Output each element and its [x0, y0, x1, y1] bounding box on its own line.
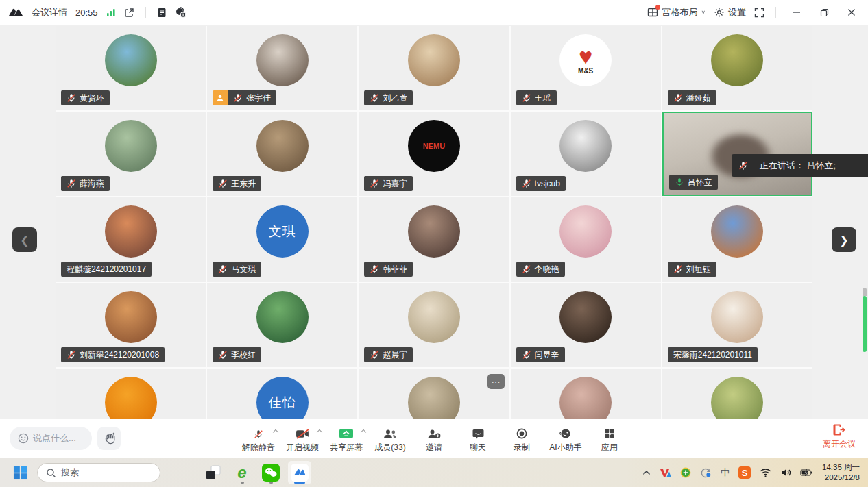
name-tag-body: 潘娅茹: [668, 90, 716, 105]
taskbar-clock[interactable]: 14:35 周一 2025/12/8: [822, 462, 860, 483]
minimize-button[interactable]: [787, 3, 806, 21]
expand-caret-icon[interactable]: [361, 429, 366, 434]
record-status-icon[interactable]: [175, 7, 186, 18]
toolbar-members-button[interactable]: 成员(33): [368, 423, 412, 453]
wechat-icon: [262, 464, 280, 482]
mic-muted-icon: [233, 93, 243, 103]
participant-tile[interactable]: 黄贤环: [56, 26, 206, 110]
participant-tile[interactable]: [56, 369, 206, 419]
participant-tile[interactable]: 刘乙萱: [359, 26, 509, 110]
leave-meeting-button[interactable]: 离开会议: [823, 423, 856, 450]
fullscreen-icon[interactable]: [754, 8, 764, 18]
participant-tile[interactable]: 王东升: [207, 112, 357, 196]
participant-tile[interactable]: 佳怡: [207, 369, 357, 419]
tile-more-options-button[interactable]: ⋯: [487, 374, 505, 389]
participant-name-tag: 李校红: [213, 347, 261, 362]
avatar: NEMU: [408, 120, 460, 172]
tray-sync-icon[interactable]: [700, 467, 712, 478]
taskbar-ie-app[interactable]: e: [230, 461, 254, 484]
notification-dot: [655, 5, 660, 10]
settings-button[interactable]: 设置: [714, 6, 746, 18]
toolbar-record-button[interactable]: 录制: [500, 423, 544, 453]
participant-tile[interactable]: 刘垣钰: [662, 197, 812, 282]
meeting-detail-label[interactable]: 会议详情: [32, 6, 67, 18]
participant-tile[interactable]: 闫昱辛: [511, 283, 661, 367]
gear-icon: [714, 7, 725, 18]
name-tag-body: 刘垣钰: [668, 262, 716, 277]
volume-icon[interactable]: [780, 468, 791, 477]
participant-name-tag: 马文琪: [213, 262, 261, 277]
avatar: [256, 34, 309, 86]
toolbar-ai-assistant-button[interactable]: AI小助手: [544, 423, 588, 453]
toolbar-camera-off-button[interactable]: 开启视频: [280, 423, 324, 453]
participant-name: 李校红: [231, 349, 256, 361]
scrollbar-thumb[interactable]: [863, 296, 867, 352]
avatar: [408, 291, 460, 343]
network-signal-icon[interactable]: [106, 8, 116, 17]
participant-tile[interactable]: tvsjcub: [511, 112, 661, 196]
participant-tile[interactable]: 宋馨雨242120201011: [662, 283, 812, 367]
toolbar-apps-button[interactable]: 应用: [588, 423, 631, 453]
next-page-button[interactable]: ❯: [832, 227, 856, 252]
popout-window-icon[interactable]: [124, 8, 134, 18]
participant-tile[interactable]: 韩菲菲: [359, 197, 509, 282]
tray-tencent-video-icon[interactable]: [660, 468, 671, 478]
vertical-scrollbar[interactable]: [863, 288, 867, 375]
mic-muted-icon: [370, 264, 379, 274]
participant-tile[interactable]: 刘新翠242120201008: [56, 283, 206, 367]
tray-expand-chevron-icon[interactable]: [642, 470, 651, 475]
taskbar-widgets-app[interactable]: [202, 461, 225, 484]
tray-360-icon[interactable]: [680, 467, 691, 478]
participant-tile[interactable]: 薛海燕: [56, 112, 206, 196]
taskbar-search-input[interactable]: 搜索: [37, 463, 160, 482]
participant-tile[interactable]: ♥M&S王瑶: [511, 26, 661, 110]
participant-tile[interactable]: 文琪马文琪: [207, 197, 357, 282]
ime-indicator[interactable]: 中: [721, 466, 730, 479]
participant-tile[interactable]: NEMU冯嘉宇: [359, 112, 509, 196]
restore-button[interactable]: [815, 3, 834, 21]
participant-name-tag: 潘娅茹: [668, 90, 716, 105]
participant-tile[interactable]: 李晓艳: [511, 197, 661, 282]
close-button[interactable]: [842, 3, 861, 21]
layout-label: 宫格布局: [662, 6, 697, 18]
toolbar-invite-button[interactable]: 邀请: [412, 423, 456, 453]
avatar: [256, 120, 309, 172]
participant-tile[interactable]: 潘娅茹: [662, 26, 812, 110]
participant-tile[interactable]: 程麒璇242120201017: [56, 197, 206, 282]
mic-muted-icon: [738, 161, 748, 171]
taskbar-wechat-app[interactable]: [259, 461, 282, 484]
toolbar-item-label: 聊天: [470, 442, 486, 453]
toolbar-share-screen-button[interactable]: 共享屏幕: [324, 423, 368, 453]
expand-caret-icon[interactable]: [317, 429, 322, 434]
start-button[interactable]: [8, 461, 32, 484]
participant-name: 刘新翠242120201008: [80, 349, 159, 361]
meeting-notes-icon[interactable]: [157, 8, 167, 18]
tray-sogou-icon[interactable]: S: [738, 466, 751, 479]
apps-icon: [604, 428, 615, 439]
toolbar-item-label: 成员(33): [374, 442, 405, 453]
participant-tile[interactable]: 张宇佳: [207, 26, 357, 110]
prev-page-button[interactable]: ❮: [12, 227, 37, 252]
participant-tile[interactable]: 李校红: [207, 283, 357, 367]
wifi-icon[interactable]: [760, 468, 771, 477]
record-icon: [516, 428, 527, 439]
participant-name-tag: 王瑶: [516, 90, 557, 105]
system-tray: 中 S 14:35 周一 2025/12/8: [642, 462, 860, 483]
mic-muted-icon: [522, 179, 531, 188]
participant-tile[interactable]: [359, 369, 509, 419]
toolbar-chat-button[interactable]: 聊天: [456, 423, 500, 453]
name-tag-body: 李校红: [213, 347, 261, 362]
toolbar-mic-muted-button[interactable]: 解除静音: [237, 423, 280, 453]
quick-message-input[interactable]: 说点什么...: [10, 427, 92, 450]
taskbar-meeting-app[interactable]: [288, 461, 311, 484]
tencent-meeting-icon: [291, 464, 309, 482]
participant-tile[interactable]: [662, 369, 812, 419]
participant-tile[interactable]: 赵晨宇: [359, 283, 509, 367]
participant-tile[interactable]: [511, 369, 661, 419]
battery-icon[interactable]: [800, 469, 813, 477]
participant-name: 韩菲菲: [383, 264, 407, 275]
layout-switcher[interactable]: 宫格布局 ∨: [647, 6, 706, 18]
raise-hand-button[interactable]: [97, 427, 121, 450]
camera-off-icon: [296, 429, 310, 439]
expand-caret-icon[interactable]: [274, 429, 278, 434]
